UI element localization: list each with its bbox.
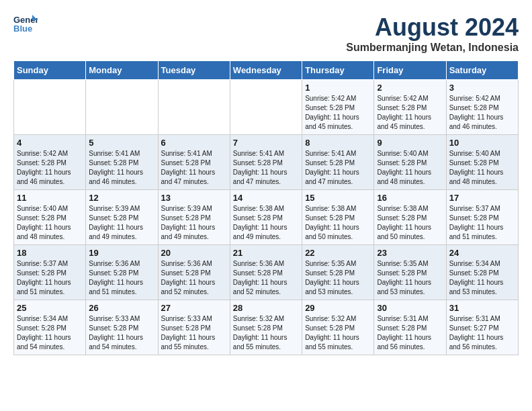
day-info: Sunrise: 5:38 AM Sunset: 5:28 PM Dayligh… [305,204,371,242]
calendar-cell: 13Sunrise: 5:39 AM Sunset: 5:28 PM Dayli… [158,190,230,245]
calendar-cell: 20Sunrise: 5:36 AM Sunset: 5:28 PM Dayli… [158,245,230,300]
calendar-cell: 10Sunrise: 5:40 AM Sunset: 5:28 PM Dayli… [446,135,518,190]
day-number: 9 [377,138,443,148]
calendar-cell: 6Sunrise: 5:41 AM Sunset: 5:28 PM Daylig… [158,135,230,190]
day-number: 30 [377,303,443,313]
day-info: Sunrise: 5:31 AM Sunset: 5:27 PM Dayligh… [449,314,515,352]
main-title: August 2024 [346,13,519,42]
day-info: Sunrise: 5:40 AM Sunset: 5:28 PM Dayligh… [17,204,83,242]
day-number: 10 [449,138,515,148]
header-day-thursday: Thursday [302,61,374,80]
calendar-cell: 14Sunrise: 5:38 AM Sunset: 5:28 PM Dayli… [230,190,302,245]
day-number: 1 [305,83,371,93]
day-number: 7 [233,138,299,148]
day-info: Sunrise: 5:32 AM Sunset: 5:28 PM Dayligh… [305,314,371,352]
calendar-cell: 8Sunrise: 5:41 AM Sunset: 5:28 PM Daylig… [302,135,374,190]
calendar-week-3: 11Sunrise: 5:40 AM Sunset: 5:28 PM Dayli… [14,190,519,245]
day-number: 26 [89,303,154,313]
calendar-cell: 22Sunrise: 5:35 AM Sunset: 5:28 PM Dayli… [302,245,374,300]
header-day-wednesday: Wednesday [230,61,302,80]
header-day-sunday: Sunday [14,61,86,80]
day-info: Sunrise: 5:36 AM Sunset: 5:28 PM Dayligh… [89,259,154,297]
calendar-cell: 25Sunrise: 5:34 AM Sunset: 5:28 PM Dayli… [14,300,86,355]
day-info: Sunrise: 5:42 AM Sunset: 5:28 PM Dayligh… [377,94,443,132]
calendar-cell: 5Sunrise: 5:41 AM Sunset: 5:28 PM Daylig… [86,135,158,190]
day-info: Sunrise: 5:36 AM Sunset: 5:28 PM Dayligh… [233,259,299,297]
calendar-cell: 19Sunrise: 5:36 AM Sunset: 5:28 PM Dayli… [86,245,158,300]
calendar-cell: 26Sunrise: 5:33 AM Sunset: 5:28 PM Dayli… [86,300,158,355]
day-number: 3 [449,83,515,93]
calendar-table: SundayMondayTuesdayWednesdayThursdayFrid… [13,60,519,355]
header-day-tuesday: Tuesday [158,61,230,80]
day-number: 12 [89,193,154,203]
calendar-week-4: 18Sunrise: 5:37 AM Sunset: 5:28 PM Dayli… [14,245,519,300]
day-info: Sunrise: 5:42 AM Sunset: 5:28 PM Dayligh… [449,94,515,132]
calendar-cell: 31Sunrise: 5:31 AM Sunset: 5:27 PM Dayli… [446,300,518,355]
calendar-cell: 30Sunrise: 5:31 AM Sunset: 5:28 PM Dayli… [374,300,446,355]
calendar-cell [230,80,302,135]
day-info: Sunrise: 5:40 AM Sunset: 5:28 PM Dayligh… [377,149,443,187]
calendar-cell: 12Sunrise: 5:39 AM Sunset: 5:28 PM Dayli… [86,190,158,245]
calendar-cell: 29Sunrise: 5:32 AM Sunset: 5:28 PM Dayli… [302,300,374,355]
calendar-week-5: 25Sunrise: 5:34 AM Sunset: 5:28 PM Dayli… [14,300,519,355]
svg-text:Blue: Blue [13,24,32,34]
calendar-cell: 11Sunrise: 5:40 AM Sunset: 5:28 PM Dayli… [14,190,86,245]
calendar-header: SundayMondayTuesdayWednesdayThursdayFrid… [14,61,519,80]
calendar-cell: 16Sunrise: 5:38 AM Sunset: 5:28 PM Dayli… [374,190,446,245]
calendar-cell: 7Sunrise: 5:41 AM Sunset: 5:28 PM Daylig… [230,135,302,190]
calendar-cell: 27Sunrise: 5:33 AM Sunset: 5:28 PM Dayli… [158,300,230,355]
day-info: Sunrise: 5:39 AM Sunset: 5:28 PM Dayligh… [161,204,227,242]
subtitle: Sumbermanjing Wetan, Indonesia [346,42,519,54]
day-number: 22 [305,248,371,258]
logo: General Blue [13,13,38,34]
day-number: 2 [377,83,443,93]
logo-icon: General Blue [13,13,38,34]
day-number: 29 [305,303,371,313]
day-info: Sunrise: 5:42 AM Sunset: 5:28 PM Dayligh… [17,149,83,187]
calendar-cell: 24Sunrise: 5:34 AM Sunset: 5:28 PM Dayli… [446,245,518,300]
day-number: 5 [89,138,154,148]
day-info: Sunrise: 5:41 AM Sunset: 5:28 PM Dayligh… [89,149,154,187]
calendar-cell: 17Sunrise: 5:37 AM Sunset: 5:28 PM Dayli… [446,190,518,245]
day-info: Sunrise: 5:31 AM Sunset: 5:28 PM Dayligh… [377,314,443,352]
day-number: 6 [161,138,227,148]
calendar-cell: 18Sunrise: 5:37 AM Sunset: 5:28 PM Dayli… [14,245,86,300]
day-number: 8 [305,138,371,148]
header-day-saturday: Saturday [446,61,518,80]
calendar-cell [86,80,158,135]
calendar-cell: 1Sunrise: 5:42 AM Sunset: 5:28 PM Daylig… [302,80,374,135]
day-number: 27 [161,303,227,313]
day-number: 13 [161,193,227,203]
day-number: 11 [17,193,83,203]
day-info: Sunrise: 5:37 AM Sunset: 5:28 PM Dayligh… [449,204,515,242]
calendar-week-2: 4Sunrise: 5:42 AM Sunset: 5:28 PM Daylig… [14,135,519,190]
calendar-header-row: SundayMondayTuesdayWednesdayThursdayFrid… [14,61,519,80]
day-info: Sunrise: 5:38 AM Sunset: 5:28 PM Dayligh… [377,204,443,242]
day-info: Sunrise: 5:34 AM Sunset: 5:28 PM Dayligh… [449,259,515,297]
day-number: 17 [449,193,515,203]
day-number: 31 [449,303,515,313]
day-number: 24 [449,248,515,258]
day-info: Sunrise: 5:42 AM Sunset: 5:28 PM Dayligh… [305,94,371,132]
calendar-cell: 15Sunrise: 5:38 AM Sunset: 5:28 PM Dayli… [302,190,374,245]
day-info: Sunrise: 5:37 AM Sunset: 5:28 PM Dayligh… [17,259,83,297]
day-number: 18 [17,248,83,258]
calendar-cell [14,80,86,135]
day-number: 28 [233,303,299,313]
calendar-cell: 21Sunrise: 5:36 AM Sunset: 5:28 PM Dayli… [230,245,302,300]
day-number: 4 [17,138,83,148]
header-day-monday: Monday [86,61,158,80]
calendar-cell: 28Sunrise: 5:32 AM Sunset: 5:28 PM Dayli… [230,300,302,355]
day-info: Sunrise: 5:35 AM Sunset: 5:28 PM Dayligh… [305,259,371,297]
day-number: 25 [17,303,83,313]
calendar-body: 1Sunrise: 5:42 AM Sunset: 5:28 PM Daylig… [14,80,519,355]
day-number: 23 [377,248,443,258]
calendar-cell: 3Sunrise: 5:42 AM Sunset: 5:28 PM Daylig… [446,80,518,135]
day-info: Sunrise: 5:41 AM Sunset: 5:28 PM Dayligh… [305,149,371,187]
calendar-cell: 4Sunrise: 5:42 AM Sunset: 5:28 PM Daylig… [14,135,86,190]
day-info: Sunrise: 5:32 AM Sunset: 5:28 PM Dayligh… [233,314,299,352]
calendar-cell: 23Sunrise: 5:35 AM Sunset: 5:28 PM Dayli… [374,245,446,300]
day-info: Sunrise: 5:39 AM Sunset: 5:28 PM Dayligh… [89,204,154,242]
day-number: 15 [305,193,371,203]
day-info: Sunrise: 5:33 AM Sunset: 5:28 PM Dayligh… [161,314,227,352]
